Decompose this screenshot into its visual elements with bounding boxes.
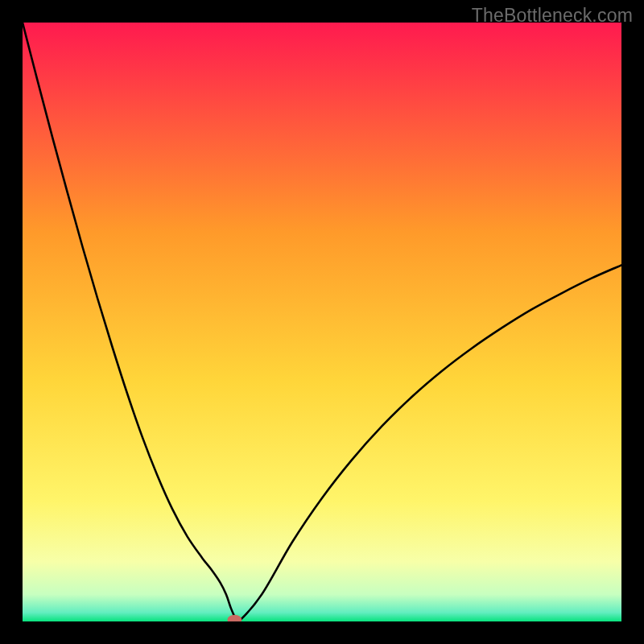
plot-area (23, 23, 621, 621)
chart-svg (23, 23, 621, 621)
gradient-background (23, 23, 621, 621)
chart-container: TheBottleneck.com (0, 0, 644, 644)
